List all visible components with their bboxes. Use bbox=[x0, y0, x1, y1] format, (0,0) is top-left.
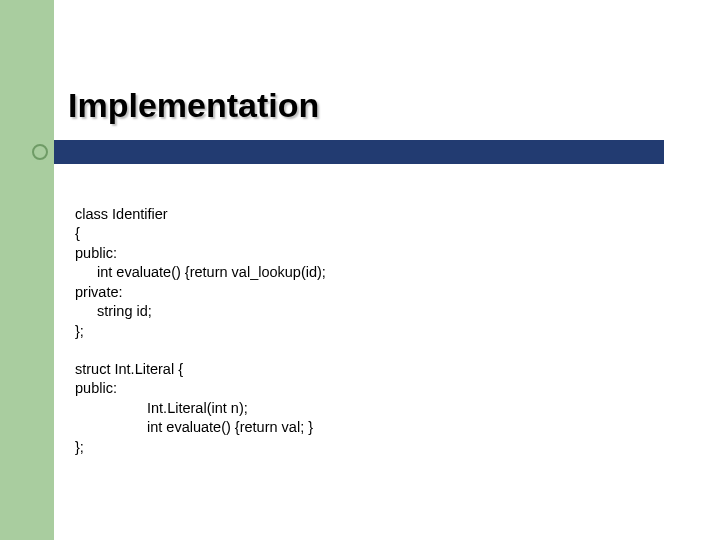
code-line: string id; bbox=[75, 302, 152, 322]
code-line: struct Int.Literal { bbox=[75, 361, 183, 377]
code-line: int evaluate() {return val; } bbox=[75, 418, 313, 438]
code-line: private: bbox=[75, 284, 123, 300]
code-line: Int.Literal(int n); bbox=[75, 399, 248, 419]
code-line: class Identifier bbox=[75, 206, 168, 222]
title-underline-bar bbox=[54, 140, 664, 164]
slide-title: Implementation bbox=[68, 86, 319, 125]
code-line: int evaluate() {return val_lookup(id); bbox=[75, 263, 326, 283]
code-line: public: bbox=[75, 380, 117, 396]
code-block-identifier: class Identifier { public: int evaluate(… bbox=[75, 185, 326, 342]
code-line: { bbox=[75, 225, 80, 241]
code-line: }; bbox=[75, 439, 84, 455]
bullet-ring-icon bbox=[32, 144, 48, 160]
code-line: }; bbox=[75, 323, 84, 339]
left-accent-band bbox=[0, 0, 54, 540]
code-block-intliteral: struct Int.Literal { public: Int.Literal… bbox=[75, 340, 313, 457]
code-line: public: bbox=[75, 245, 117, 261]
